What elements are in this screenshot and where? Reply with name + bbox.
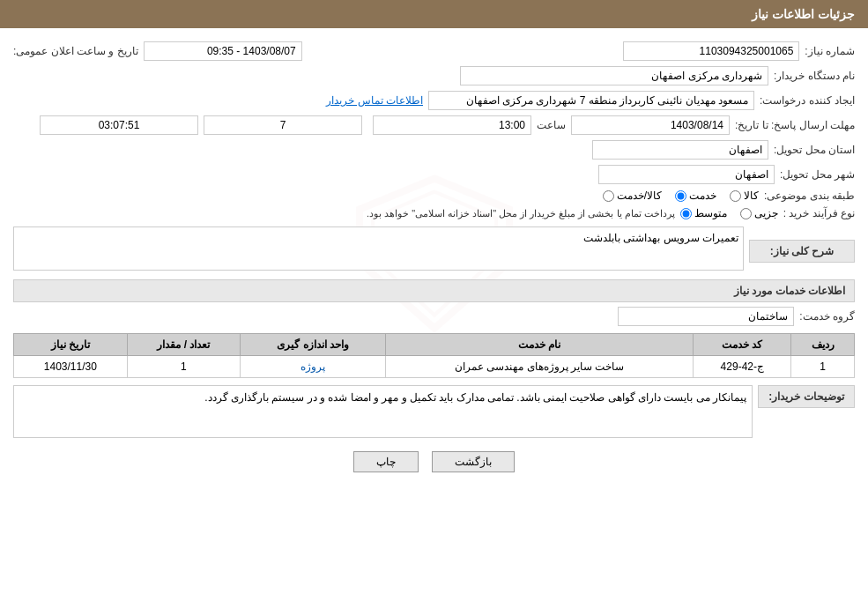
row-need-desc-header: شرح کلی نیاز: تعمیرات سرویس بهداشتی بابل… [13, 227, 855, 271]
need-desc-section-label: شرح کلی نیاز: [749, 240, 855, 263]
table-header-row: ردیف کد خدمت نام خدمت واحد اندازه گیری ت… [14, 334, 855, 356]
form-content: شماره نیاز: 1103094325001065 1403/08/07 … [13, 41, 855, 472]
response-time-value: 13:00 [373, 115, 531, 135]
purchase-jozi-label: جزیی [754, 207, 778, 219]
announce-value: 1403/08/07 - 09:35 [144, 41, 302, 61]
category-khedmat-label: خدمت [689, 189, 716, 202]
col-row: ردیف [791, 334, 855, 356]
announce-label: تاریخ و ساعت اعلان عمومی: [13, 45, 138, 57]
buyer-notes-label: توضیحات خریدار: [758, 385, 855, 408]
page-wrapper: جزئیات اطلاعات نیاز anata ender .net شما… [0, 0, 868, 609]
row-purchase-type: نوع فرآیند خرید : جزیی متوسط پرداخت تمام… [13, 207, 855, 219]
response-time-label: ساعت [537, 119, 566, 131]
radio-kala[interactable] [730, 190, 741, 202]
row-buyer-org: نام دستگاه خریدار: شهرداری مرکزی اصفهان [13, 66, 855, 85]
page-header: جزئیات اطلاعات نیاز [0, 0, 868, 28]
category-radio-group: کالا خدمت کالا/خدمت [603, 189, 759, 202]
purchase-motovaset: متوسط [680, 207, 727, 219]
creator-value: مسعود مهدیان نائینی کاربرداز منطقه 7 شهر… [428, 91, 754, 110]
category-label: طبقه بندی موضوعی: [764, 189, 855, 202]
back-button[interactable]: بازگشت [432, 451, 515, 472]
buyer-org-label: نام دستگاه خریدار: [774, 70, 855, 82]
print-button[interactable]: چاپ [353, 451, 419, 472]
buyer-notes-text: پیمانکار می بایست دارای گواهی صلاحیت ایم… [204, 391, 746, 404]
col-date: تاریخ نیاز [14, 334, 128, 356]
purchase-type-radio-group: جزیی متوسط [680, 207, 778, 219]
purchase-type-note: پرداخت تمام یا بخشی از مبلغ خریدار از مح… [367, 208, 675, 219]
category-kala-label: کالا [744, 189, 759, 202]
creator-link[interactable]: اطلاعات تماس خریدار [326, 94, 423, 107]
services-table: ردیف کد خدمت نام خدمت واحد اندازه گیری ت… [13, 333, 855, 378]
radio-khedmat[interactable] [675, 190, 686, 202]
button-row: چاپ بازگشت [13, 451, 855, 472]
row-creator: ایجاد کننده درخواست: مسعود مهدیان نائینی… [13, 91, 855, 110]
response-days-value: 7 [204, 115, 362, 135]
services-section-title: اطلاعات خدمات مورد نیاز [13, 279, 855, 302]
cell-date: 1403/11/30 [14, 356, 128, 378]
category-kala-khedmat-label: کالا/خدمت [617, 189, 662, 202]
purchase-jozi: جزیی [740, 207, 778, 219]
row-buyer-notes: توضیحات خریدار: پیمانکار می بایست دارای … [13, 385, 855, 438]
main-content: anata ender .net شماره نیاز: 11030943250… [0, 28, 868, 486]
need-number-value: 1103094325001065 [623, 41, 799, 61]
category-khedmat: خدمت [675, 189, 716, 202]
cell-quantity: 1 [127, 356, 241, 378]
cell-name: ساخت سایر پروژه‌های مهندسی عمران [385, 356, 693, 378]
province-label: استان محل تحویل: [774, 144, 855, 156]
col-name: نام خدمت [385, 334, 693, 356]
category-kala: کالا [730, 189, 759, 202]
col-unit: واحد اندازه گیری [241, 334, 386, 356]
response-remaining-value: 03:07:51 [40, 115, 198, 135]
cell-unit: پروژه [241, 356, 386, 378]
row-category: طبقه بندی موضوعی: کالا خدمت کالا/خدمت [13, 189, 855, 202]
service-group-label: گروه خدمت: [799, 310, 855, 323]
row-province: استان محل تحویل: اصفهان [13, 140, 855, 160]
col-code: کد خدمت [694, 334, 791, 356]
row-city: شهر محل تحویل: اصفهان [13, 165, 855, 184]
city-label: شهر محل تحویل: [780, 168, 855, 181]
buyer-org-value: شهرداری مرکزی اصفهان [460, 66, 768, 85]
purchase-type-label: نوع فرآیند خرید : [783, 207, 855, 219]
need-desc-value: تعمیرات سرویس بهداشتی بابلدشت [13, 227, 744, 271]
province-value: اصفهان [592, 140, 768, 160]
need-number-label: شماره نیاز: [805, 45, 855, 57]
response-date-value: 1403/08/14 [571, 115, 730, 135]
radio-jozi[interactable] [740, 208, 752, 219]
category-kala-khedmat: کالا/خدمت [603, 189, 662, 202]
row-service-group: گروه خدمت: ساختمان [13, 307, 855, 326]
radio-motovaset[interactable] [680, 208, 692, 219]
page-title: جزئیات اطلاعات نیاز [752, 7, 855, 21]
response-deadline-label: مهلت ارسال پاسخ: تا تاریخ: [735, 119, 855, 131]
cell-row: 1 [791, 356, 855, 378]
radio-kala-khedmat[interactable] [603, 190, 614, 202]
cell-code: ج-42-429 [694, 356, 791, 378]
service-group-value: ساختمان [618, 307, 794, 326]
creator-label: ایجاد کننده درخواست: [760, 94, 855, 107]
purchase-motovaset-label: متوسط [694, 207, 727, 219]
row-need-number: شماره نیاز: 1103094325001065 1403/08/07 … [13, 41, 855, 61]
table-row: 1 ج-42-429 ساخت سایر پروژه‌های مهندسی عم… [14, 356, 855, 378]
buyer-notes-value: پیمانکار می بایست دارای گواهی صلاحیت ایم… [13, 385, 753, 438]
city-value: اصفهان [598, 165, 775, 184]
row-response-deadline: مهلت ارسال پاسخ: تا تاریخ: 1403/08/14 سا… [13, 115, 855, 135]
col-quantity: تعداد / مقدار [127, 334, 241, 356]
